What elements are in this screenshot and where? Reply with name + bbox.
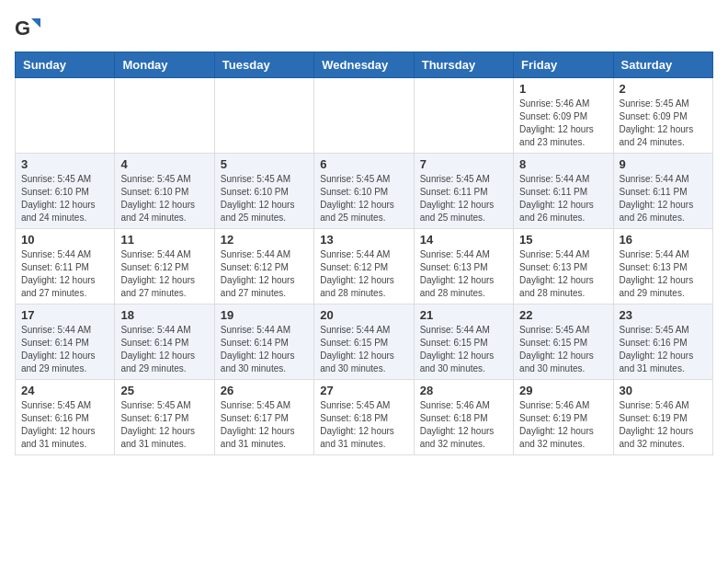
day-info: Sunrise: 5:45 AM Sunset: 6:10 PM Dayligh… [320, 173, 407, 224]
day-number: 5 [221, 157, 308, 171]
day-info: Sunrise: 5:44 AM Sunset: 6:14 PM Dayligh… [120, 324, 208, 375]
day-info: Sunrise: 5:45 AM Sunset: 6:17 PM Dayligh… [221, 399, 308, 451]
day-info: Sunrise: 5:45 AM Sunset: 6:16 PM Dayligh… [620, 324, 707, 375]
calendar-cell: 14Sunrise: 5:44 AM Sunset: 6:13 PM Dayli… [414, 229, 513, 304]
calendar-cell: 30Sunrise: 5:46 AM Sunset: 6:19 PM Dayli… [613, 380, 712, 455]
calendar-cell: 6Sunrise: 5:45 AM Sunset: 6:10 PM Daylig… [314, 154, 414, 229]
day-info: Sunrise: 5:44 AM Sunset: 6:12 PM Dayligh… [320, 248, 407, 300]
weekday-header: Monday [115, 52, 214, 78]
day-number: 25 [120, 384, 208, 397]
weekday-header: Wednesday [314, 52, 414, 78]
calendar: SundayMondayTuesdayWednesdayThursdayFrid… [15, 52, 713, 455]
calendar-cell [16, 78, 115, 154]
calendar-cell: 2Sunrise: 5:45 AM Sunset: 6:09 PM Daylig… [613, 78, 712, 154]
calendar-cell: 11Sunrise: 5:44 AM Sunset: 6:12 PM Dayli… [115, 229, 214, 304]
svg-marker-1 [31, 18, 40, 28]
day-number: 23 [620, 308, 707, 322]
day-number: 16 [620, 233, 707, 247]
weekday-header: Saturday [613, 52, 712, 78]
calendar-cell: 22Sunrise: 5:45 AM Sunset: 6:15 PM Dayli… [514, 304, 613, 380]
calendar-cell [115, 78, 214, 154]
day-number: 14 [420, 233, 507, 247]
day-number: 10 [21, 233, 108, 247]
weekday-header: Sunday [16, 52, 115, 78]
calendar-cell [214, 78, 313, 154]
calendar-cell: 27Sunrise: 5:45 AM Sunset: 6:18 PM Dayli… [314, 380, 414, 455]
day-info: Sunrise: 5:45 AM Sunset: 6:16 PM Dayligh… [21, 399, 108, 451]
calendar-cell: 23Sunrise: 5:45 AM Sunset: 6:16 PM Dayli… [613, 304, 712, 380]
svg-text:G: G [15, 17, 30, 40]
day-info: Sunrise: 5:44 AM Sunset: 6:12 PM Dayligh… [221, 248, 308, 300]
calendar-cell: 1Sunrise: 5:46 AM Sunset: 6:09 PM Daylig… [514, 78, 613, 154]
weekday-header: Thursday [414, 52, 513, 78]
day-number: 15 [519, 233, 607, 247]
calendar-week-row: 10Sunrise: 5:44 AM Sunset: 6:11 PM Dayli… [16, 229, 713, 304]
day-number: 11 [120, 233, 208, 247]
day-number: 29 [519, 384, 607, 397]
day-number: 19 [221, 308, 308, 322]
calendar-cell: 12Sunrise: 5:44 AM Sunset: 6:12 PM Dayli… [214, 229, 313, 304]
calendar-cell: 9Sunrise: 5:44 AM Sunset: 6:11 PM Daylig… [613, 154, 712, 229]
day-number: 20 [320, 308, 407, 322]
weekday-header: Friday [514, 52, 613, 78]
calendar-week-row: 3Sunrise: 5:45 AM Sunset: 6:10 PM Daylig… [16, 154, 713, 229]
day-number: 12 [221, 233, 308, 247]
calendar-cell [314, 78, 414, 154]
day-number: 7 [420, 157, 507, 171]
calendar-week-row: 24Sunrise: 5:45 AM Sunset: 6:16 PM Dayli… [16, 380, 713, 455]
calendar-week-row: 1Sunrise: 5:46 AM Sunset: 6:09 PM Daylig… [16, 78, 713, 154]
day-number: 17 [21, 308, 108, 322]
day-info: Sunrise: 5:44 AM Sunset: 6:11 PM Dayligh… [620, 173, 707, 224]
day-info: Sunrise: 5:45 AM Sunset: 6:18 PM Dayligh… [320, 399, 407, 451]
day-info: Sunrise: 5:45 AM Sunset: 6:10 PM Dayligh… [120, 173, 208, 224]
calendar-cell: 17Sunrise: 5:44 AM Sunset: 6:14 PM Dayli… [16, 304, 115, 380]
day-number: 18 [120, 308, 208, 322]
day-info: Sunrise: 5:44 AM Sunset: 6:14 PM Dayligh… [221, 324, 308, 375]
calendar-cell [414, 78, 513, 154]
day-number: 24 [21, 384, 108, 397]
calendar-cell: 25Sunrise: 5:45 AM Sunset: 6:17 PM Dayli… [115, 380, 214, 455]
calendar-cell: 5Sunrise: 5:45 AM Sunset: 6:10 PM Daylig… [214, 154, 313, 229]
day-info: Sunrise: 5:44 AM Sunset: 6:11 PM Dayligh… [519, 173, 607, 224]
day-info: Sunrise: 5:44 AM Sunset: 6:15 PM Dayligh… [420, 324, 507, 375]
calendar-cell: 19Sunrise: 5:44 AM Sunset: 6:14 PM Dayli… [214, 304, 313, 380]
header: G [15, 15, 713, 40]
calendar-cell: 3Sunrise: 5:45 AM Sunset: 6:10 PM Daylig… [16, 154, 115, 229]
calendar-cell: 29Sunrise: 5:46 AM Sunset: 6:19 PM Dayli… [514, 380, 613, 455]
calendar-cell: 16Sunrise: 5:44 AM Sunset: 6:13 PM Dayli… [613, 229, 712, 304]
day-number: 6 [320, 157, 407, 171]
day-number: 21 [420, 308, 507, 322]
day-info: Sunrise: 5:44 AM Sunset: 6:14 PM Dayligh… [21, 324, 108, 375]
day-number: 26 [221, 384, 308, 397]
calendar-cell: 28Sunrise: 5:46 AM Sunset: 6:18 PM Dayli… [414, 380, 513, 455]
day-info: Sunrise: 5:44 AM Sunset: 6:15 PM Dayligh… [320, 324, 407, 375]
day-info: Sunrise: 5:45 AM Sunset: 6:15 PM Dayligh… [519, 324, 607, 375]
logo-icon: G [15, 15, 40, 40]
calendar-cell: 26Sunrise: 5:45 AM Sunset: 6:17 PM Dayli… [214, 380, 313, 455]
day-number: 27 [320, 384, 407, 397]
logo: G [15, 15, 44, 40]
calendar-week-row: 17Sunrise: 5:44 AM Sunset: 6:14 PM Dayli… [16, 304, 713, 380]
day-info: Sunrise: 5:46 AM Sunset: 6:19 PM Dayligh… [519, 399, 607, 451]
day-number: 30 [620, 384, 707, 397]
day-info: Sunrise: 5:45 AM Sunset: 6:11 PM Dayligh… [420, 173, 507, 224]
calendar-cell: 13Sunrise: 5:44 AM Sunset: 6:12 PM Dayli… [314, 229, 414, 304]
day-number: 4 [120, 157, 208, 171]
calendar-cell: 24Sunrise: 5:45 AM Sunset: 6:16 PM Dayli… [16, 380, 115, 455]
day-info: Sunrise: 5:44 AM Sunset: 6:13 PM Dayligh… [519, 248, 607, 300]
calendar-cell: 8Sunrise: 5:44 AM Sunset: 6:11 PM Daylig… [514, 154, 613, 229]
day-number: 13 [320, 233, 407, 247]
day-number: 1 [519, 82, 607, 96]
day-info: Sunrise: 5:44 AM Sunset: 6:13 PM Dayligh… [620, 248, 707, 300]
day-info: Sunrise: 5:44 AM Sunset: 6:11 PM Dayligh… [21, 248, 108, 300]
day-info: Sunrise: 5:46 AM Sunset: 6:18 PM Dayligh… [420, 399, 507, 451]
day-number: 9 [620, 157, 707, 171]
calendar-cell: 20Sunrise: 5:44 AM Sunset: 6:15 PM Dayli… [314, 304, 414, 380]
weekday-header: Tuesday [214, 52, 313, 78]
day-info: Sunrise: 5:45 AM Sunset: 6:10 PM Dayligh… [221, 173, 308, 224]
calendar-cell: 21Sunrise: 5:44 AM Sunset: 6:15 PM Dayli… [414, 304, 513, 380]
day-info: Sunrise: 5:46 AM Sunset: 6:19 PM Dayligh… [620, 399, 707, 451]
day-number: 8 [519, 157, 607, 171]
calendar-cell: 15Sunrise: 5:44 AM Sunset: 6:13 PM Dayli… [514, 229, 613, 304]
calendar-cell: 7Sunrise: 5:45 AM Sunset: 6:11 PM Daylig… [414, 154, 513, 229]
